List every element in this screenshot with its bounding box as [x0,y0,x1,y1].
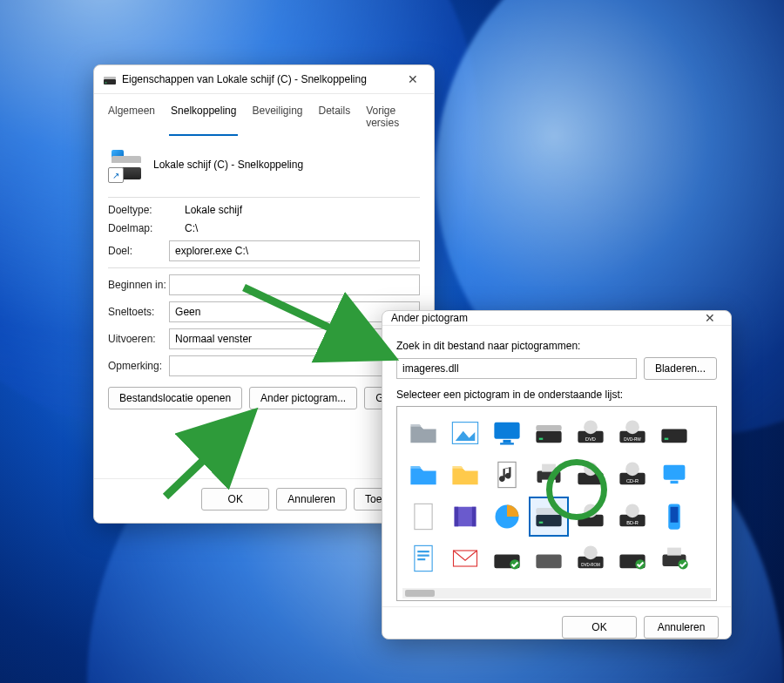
separator [108,197,420,198]
doeltype-value: Lokale schijf [185,204,420,216]
uitvoeren-label: Uitvoeren: [108,333,169,345]
svg-point-12 [584,420,598,434]
beginnen-label: Beginnen in: [108,279,169,291]
horizontal-scrollbar[interactable] [402,588,711,598]
svg-rect-9 [536,425,561,431]
icon-folder-yellow[interactable] [445,455,485,495]
icon-drive-check[interactable] [487,538,527,578]
svg-rect-6 [504,440,511,443]
svg-rect-7 [500,443,514,444]
svg-rect-5 [494,423,519,439]
svg-text:CD-R: CD-R [626,478,639,484]
tab-vorige-versies[interactable]: Vorige versies [364,101,422,136]
beginnen-input[interactable] [169,274,420,295]
svg-rect-2 [105,83,107,84]
svg-rect-22 [542,480,556,487]
icon-cd-drive[interactable] [571,455,611,495]
icon-cdr-drive[interactable]: CD-R [612,455,652,495]
titlebar[interactable]: Eigenschappen van Lokale schijf (C) - Sn… [94,65,434,94]
dialog-content: Zoek in dit bestand naar pictogrammen: B… [382,326,731,606]
icon-folder-blue[interactable] [403,455,443,495]
svg-point-15 [625,420,639,434]
icon-bdr-drive[interactable]: BD-R [612,497,652,537]
cancel-button[interactable]: Annuleren [644,616,719,639]
ok-button[interactable]: OK [562,616,637,639]
icon-list[interactable]: DVD DVD-RW CD-R BD-R [396,406,717,601]
icon-printer[interactable] [529,455,569,495]
open-file-location-button[interactable]: Bestandslocatie openen [108,387,242,409]
svg-rect-30 [415,504,432,529]
close-icon[interactable]: ✕ [698,311,722,325]
icon-drive-grey[interactable] [529,538,569,578]
svg-point-24 [584,462,598,476]
cancel-button[interactable]: Annuleren [276,488,347,511]
tab-algemeen[interactable]: Algemeen [106,101,157,136]
icon-drive-dark[interactable] [654,413,694,453]
svg-rect-48 [417,558,425,560]
icon-text-doc[interactable] [403,538,443,578]
svg-rect-35 [536,515,561,527]
icon-mail[interactable] [445,538,485,578]
tab-beveiliging[interactable]: Beveiliging [250,101,304,136]
shortcut-drive-icon: ↗ [112,150,141,179]
change-icon-button[interactable]: Ander pictogram... [249,387,357,409]
change-icon-dialog: Ander pictogram ✕ Zoek in dit bestand na… [382,310,732,639]
heading-text: Lokale schijf (C) - Snelkoppeling [153,159,303,171]
icon-bd-drive[interactable] [571,497,611,537]
doeltype-label: Doeltype: [108,204,185,216]
list-label: Selecteer een pictogram in de onderstaan… [396,389,717,401]
shortcut-arrow-icon: ↗ [108,167,124,183]
svg-rect-21 [542,464,556,472]
icon-phone[interactable] [654,497,694,537]
svg-rect-29 [671,481,679,484]
doel-label: Doel: [108,245,169,257]
svg-text:DVD-RW: DVD-RW [624,437,641,442]
icon-dvd-drive[interactable]: DVD [571,413,611,453]
icon-video-file[interactable] [445,497,485,537]
svg-rect-8 [536,431,561,443]
icon-dvd-rom[interactable]: DVD-ROM [571,538,611,578]
icon-local-disk[interactable] [529,497,569,537]
icon-chart[interactable] [487,497,527,537]
svg-rect-10 [539,438,544,440]
drive-icon [103,72,117,86]
opmerking-label: Opmerking: [108,360,169,372]
svg-rect-1 [104,77,116,79]
doel-input[interactable] [169,240,420,261]
svg-point-41 [625,504,639,517]
svg-rect-32 [455,507,459,527]
icon-printer-check[interactable] [654,538,694,578]
svg-text:DVD-ROM: DVD-ROM [581,563,600,567]
svg-rect-44 [671,507,679,523]
svg-rect-37 [539,522,544,524]
icon-drive[interactable] [529,413,569,453]
svg-rect-59 [667,548,681,556]
icon-drive-check2[interactable] [612,538,652,578]
tab-snelkoppeling[interactable]: Snelkoppeling [169,101,238,136]
svg-point-26 [625,462,639,476]
dialog-footer: OK Annuleren [382,606,731,651]
icon-monitor[interactable] [487,413,527,453]
svg-rect-46 [417,551,429,552]
svg-rect-52 [536,555,561,569]
icon-folder-grey[interactable] [403,413,443,453]
svg-rect-28 [664,465,686,480]
tab-strip: Algemeen Snelkoppeling Beveiliging Detai… [94,94,434,136]
browse-button[interactable]: Bladeren... [644,357,717,380]
titlebar[interactable]: Ander pictogram ✕ [382,311,731,326]
tab-details[interactable]: Details [317,101,353,136]
icon-dvd-rw-drive[interactable]: DVD-RW [612,413,652,453]
icon-monitor-small[interactable] [654,455,694,495]
icon-music-file[interactable] [487,455,527,495]
scrollbar-thumb[interactable] [405,590,435,597]
icon-file-input[interactable] [396,358,637,379]
search-label: Zoek in dit bestand naar pictogrammen: [396,340,717,352]
close-icon[interactable]: ✕ [401,72,425,86]
svg-rect-36 [536,508,561,515]
doelmap-value: C:\ [185,222,420,234]
ok-button[interactable]: OK [201,488,269,511]
icon-picture[interactable] [445,413,485,453]
svg-rect-17 [661,429,686,443]
svg-point-54 [584,545,598,559]
icon-blank-doc[interactable] [403,497,443,537]
